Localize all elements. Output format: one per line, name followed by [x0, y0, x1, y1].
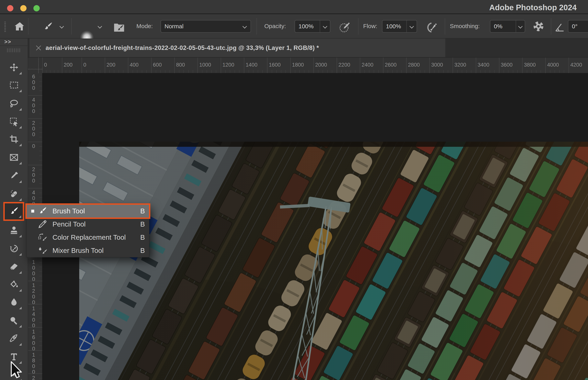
ruler-minor-tick [323, 70, 323, 73]
options-bar: 118 Mode: Normal Opacity: 100% Flow: 100… [0, 14, 588, 38]
opacity-field[interactable]: 100% [295, 20, 330, 33]
ruler-label: 3600 [501, 62, 512, 68]
lasso-tool-button[interactable] [5, 95, 23, 112]
ruler-tick [82, 57, 82, 73]
blur-tool-button[interactable] [5, 294, 23, 311]
tool-flyout-corner [19, 72, 22, 75]
separator [445, 18, 445, 35]
menu-item-mixer-brush-tool[interactable]: Mixer Brush Tool B [27, 244, 149, 257]
ruler-minor-tick [50, 70, 50, 73]
flow-field[interactable]: 100% [382, 20, 417, 33]
home-button[interactable] [14, 21, 25, 33]
traffic-zoom-icon[interactable] [33, 5, 40, 11]
frame-tool-button[interactable] [5, 149, 23, 166]
ruler-label: 1000 [28, 259, 39, 282]
opacity-dropdown[interactable] [320, 20, 330, 32]
ruler-minor-tick [211, 70, 212, 73]
object-selection-tool-button[interactable] [5, 113, 23, 130]
ruler-minor-tick [39, 332, 42, 332]
history-brush-tool-icon [9, 244, 19, 254]
tool-flyout-corner [19, 271, 22, 274]
menu-item-brush-tool[interactable]: Brush Tool B [27, 205, 149, 218]
ruler-minor-tick [416, 70, 416, 73]
pen-tool-button[interactable] [5, 330, 23, 347]
menu-item-label: Pencil Tool [53, 220, 86, 228]
rectangular-marquee-tool-icon [9, 80, 19, 90]
ruler-minor-tick [527, 70, 527, 73]
traffic-close-icon[interactable] [7, 5, 13, 11]
ruler-minor-tick [142, 70, 142, 73]
ruler-minor-tick [494, 70, 494, 73]
menu-item-shortcut: B [140, 247, 145, 254]
separator [71, 18, 72, 35]
ruler-minor-tick [137, 70, 137, 73]
toolbar-expand-button[interactable]: >> [0, 38, 28, 46]
close-icon[interactable] [35, 44, 42, 52]
ruler-minor-tick [39, 290, 42, 290]
ruler-tick [313, 57, 314, 73]
traffic-minimize-icon[interactable] [20, 5, 27, 11]
chevron-down-icon[interactable] [59, 24, 64, 29]
mode-select[interactable]: Normal [161, 20, 251, 33]
flow-dropdown[interactable] [406, 20, 417, 32]
smoothing-dropdown[interactable] [516, 20, 525, 32]
ruler-tick [221, 57, 221, 73]
ruler-label: 0 [28, 143, 39, 149]
ruler-tick [522, 57, 523, 73]
ruler-label: 1000 [199, 62, 211, 68]
smoothing-field[interactable]: 0% [490, 20, 525, 33]
current-tool-button[interactable] [42, 21, 53, 34]
options-grip[interactable] [4, 21, 6, 32]
eraser-tool-button[interactable] [5, 258, 23, 275]
toggle-brush-settings-button[interactable] [113, 22, 125, 34]
crop-tool-button[interactable] [5, 131, 23, 148]
tool-flyout-corner [19, 126, 22, 129]
ruler-minor-tick [54, 70, 54, 73]
paint-bucket-tool-button[interactable] [5, 276, 23, 293]
dodge-tool-button[interactable] [5, 312, 23, 329]
eyedropper-tool-button[interactable] [5, 167, 23, 185]
horizontal-ruler[interactable]: 0 200 0 200 400 600 800 1000 1200 1400 1… [28, 57, 588, 73]
spot-healing-brush-tool-button[interactable] [5, 185, 23, 202]
airbrush-button[interactable] [425, 21, 437, 35]
paint-bucket-tool-icon [9, 279, 19, 290]
ruler-minor-tick [490, 70, 490, 73]
ruler-minor-tick [369, 70, 369, 73]
history-brush-tool-button[interactable] [5, 240, 23, 257]
move-tool-button[interactable] [5, 59, 23, 76]
document-tab[interactable]: aerial-view-of-colorful-freight-trains-2… [29, 38, 445, 57]
ruler-minor-tick [513, 70, 513, 73]
smoothing-options-button[interactable] [532, 20, 544, 34]
ruler-minor-tick [276, 70, 277, 73]
toolbar-grip[interactable] [7, 48, 21, 52]
ruler-minor-tick [46, 70, 46, 73]
rectangular-marquee-tool-button[interactable] [5, 76, 23, 94]
dodge-tool-icon [9, 315, 19, 325]
ruler-minor-tick [374, 70, 374, 73]
ruler-label: 400 [130, 62, 139, 68]
angle-value: 0° [568, 23, 588, 30]
separator [551, 18, 551, 35]
document-image[interactable] [79, 142, 588, 380]
pencil-tool-icon [38, 219, 47, 229]
spot-healing-brush-tool-icon [9, 189, 19, 199]
ruler-minor-tick [262, 70, 263, 73]
ruler-origin-corner[interactable] [28, 57, 42, 73]
tool-flyout-corner [19, 108, 22, 111]
menu-item-color-replacement-tool[interactable]: Color Replacement Tool B [27, 231, 149, 244]
object-selection-tool-icon [9, 116, 19, 127]
ruler-minor-tick [480, 70, 481, 73]
tool-brush-selected[interactable] [3, 202, 24, 221]
chevron-down-icon [323, 24, 327, 29]
chevron-down-icon[interactable] [98, 24, 102, 29]
ruler-minor-tick [541, 70, 541, 73]
ruler-tick [244, 57, 244, 73]
ruler-label: 3800 [524, 62, 536, 68]
menu-item-pencil-tool[interactable]: Pencil Tool B [27, 218, 149, 231]
ruler-tick [28, 350, 42, 351]
ruler-label: 0 [44, 62, 47, 68]
clone-stamp-tool-button[interactable] [5, 222, 23, 239]
pressure-opacity-button[interactable] [338, 21, 351, 35]
ruler-minor-tick [258, 70, 258, 73]
angle-field[interactable]: 0° [568, 20, 588, 33]
